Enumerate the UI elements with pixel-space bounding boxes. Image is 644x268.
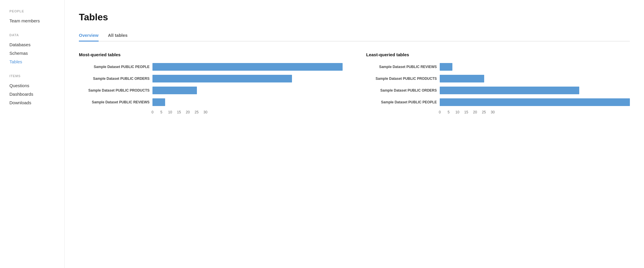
sidebar-item-databases[interactable]: Databases: [9, 40, 64, 49]
bar-fill: [440, 87, 579, 94]
x-tick: 0: [152, 110, 154, 114]
bar-row: Sample Dataset PUBLIC ORDERS: [366, 87, 630, 94]
x-axis: 051015202530: [440, 110, 493, 116]
main-content: Tables OverviewAll tables Most-queried t…: [65, 0, 644, 268]
x-tick: 0: [439, 110, 441, 114]
bar-container: [152, 87, 343, 94]
bar-container: [440, 98, 630, 106]
bar-fill: [440, 75, 484, 82]
least-queried-title: Least-queried tables: [366, 52, 630, 57]
tab-overview[interactable]: Overview: [79, 30, 99, 42]
bar-row: Sample Dataset PUBLIC ORDERS: [79, 75, 343, 82]
x-tick: 25: [482, 110, 486, 114]
sidebar-section-label: ITEMS: [9, 74, 64, 78]
sidebar: PEOPLETeam membersDATADatabasesSchemasTa…: [0, 0, 65, 268]
x-tick: 30: [203, 110, 207, 114]
x-tick: 25: [195, 110, 198, 114]
charts-row: Most-queried tables Sample Dataset PUBLI…: [79, 52, 630, 116]
bar-label: Sample Dataset PUBLIC REVIEWS: [79, 100, 150, 104]
bar-label: Sample Dataset PUBLIC PEOPLE: [366, 100, 437, 104]
bar-fill: [440, 98, 630, 106]
bar-container: [152, 98, 343, 106]
bar-row: Sample Dataset PUBLIC PEOPLE: [79, 63, 343, 71]
bar-fill: [152, 98, 165, 106]
x-tick: 10: [455, 110, 459, 114]
least-queried-chart: Least-queried tables Sample Dataset PUBL…: [366, 52, 630, 116]
x-tick: 15: [464, 110, 468, 114]
most-queried-chart: Most-queried tables Sample Dataset PUBLI…: [79, 52, 343, 116]
x-tick: 15: [177, 110, 181, 114]
sidebar-item-schemas[interactable]: Schemas: [9, 49, 64, 57]
bar-container: [440, 63, 630, 71]
page-title: Tables: [79, 12, 630, 23]
sidebar-item-dashboards[interactable]: Dashboards: [9, 90, 64, 98]
sidebar-item-questions[interactable]: Questions: [9, 81, 64, 90]
x-tick: 5: [160, 110, 162, 114]
x-tick: 20: [186, 110, 190, 114]
least-queried-area: Sample Dataset PUBLIC REVIEWSSample Data…: [366, 63, 630, 116]
bar-label: Sample Dataset PUBLIC PEOPLE: [79, 65, 150, 69]
sidebar-item-tables[interactable]: Tables: [9, 57, 64, 66]
x-tick: 20: [473, 110, 477, 114]
x-tick: 5: [448, 110, 450, 114]
bar-container: [152, 63, 343, 71]
x-tick: 10: [168, 110, 172, 114]
bar-container: [440, 75, 630, 82]
bar-container: [152, 75, 343, 82]
bar-label: Sample Dataset PUBLIC ORDERS: [366, 88, 437, 92]
most-queried-title: Most-queried tables: [79, 52, 343, 57]
bar-label: Sample Dataset PUBLIC ORDERS: [79, 77, 150, 81]
bar-row: Sample Dataset PUBLIC REVIEWS: [79, 98, 343, 106]
sidebar-section-label: PEOPLE: [9, 9, 64, 13]
sidebar-item-downloads[interactable]: Downloads: [9, 98, 64, 107]
bar-row: Sample Dataset PUBLIC PRODUCTS: [366, 75, 630, 82]
bar-label: Sample Dataset PUBLIC PRODUCTS: [79, 88, 150, 92]
x-axis: 051015202530: [152, 110, 205, 116]
bar-fill: [152, 75, 292, 82]
bar-container: [440, 87, 630, 94]
bar-label: Sample Dataset PUBLIC PRODUCTS: [366, 77, 437, 81]
bar-fill: [440, 63, 452, 71]
bar-fill: [152, 87, 197, 94]
sidebar-item-team-members[interactable]: Team members: [9, 16, 64, 25]
bar-row: Sample Dataset PUBLIC PRODUCTS: [79, 87, 343, 94]
bar-label: Sample Dataset PUBLIC REVIEWS: [366, 65, 437, 69]
tabs: OverviewAll tables: [79, 30, 630, 42]
bar-row: Sample Dataset PUBLIC REVIEWS: [366, 63, 630, 71]
most-queried-area: Sample Dataset PUBLIC PEOPLESample Datas…: [79, 63, 343, 116]
bar-row: Sample Dataset PUBLIC PEOPLE: [366, 98, 630, 106]
bar-fill: [152, 63, 343, 71]
tab-all-tables[interactable]: All tables: [108, 30, 128, 42]
x-tick: 30: [491, 110, 494, 114]
sidebar-section-label: DATA: [9, 33, 64, 37]
